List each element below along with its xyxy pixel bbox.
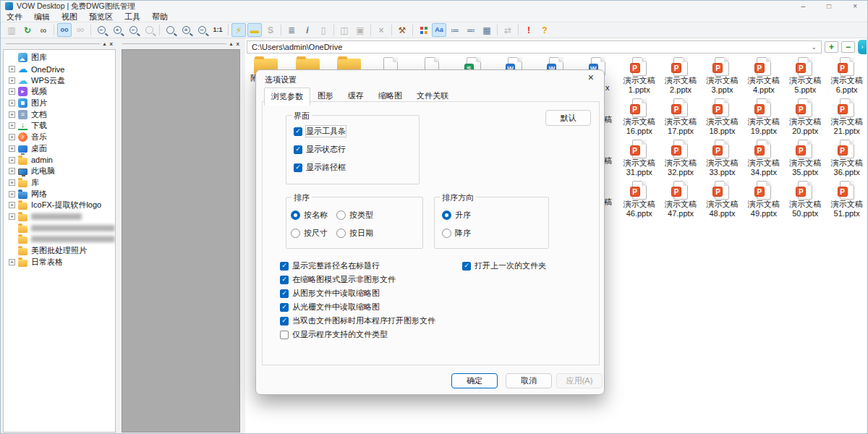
tree-item-redacted[interactable] <box>4 222 115 234</box>
tree-expand-icon[interactable]: + <box>9 122 15 129</box>
tree-item-桌面[interactable]: +桌面 <box>4 143 115 155</box>
file-item-pptx[interactable]: P演示文稿48.pptx <box>702 180 743 221</box>
file-item-pptx[interactable]: P演示文稿50.pptx <box>785 180 826 221</box>
tree-expand-icon[interactable]: + <box>9 100 15 106</box>
file-item-pptx[interactable]: P演示文稿31.pptx <box>618 139 660 180</box>
radio-按类型[interactable]: 按类型 <box>336 210 373 221</box>
tree-item-此电脑[interactable]: +此电脑 <box>4 166 115 177</box>
tree-expand-icon[interactable]: + <box>9 191 15 197</box>
tree-expand-icon[interactable]: + <box>9 134 15 140</box>
file-item-pptx[interactable]: P演示文稿20.pptx <box>785 98 826 139</box>
radio-icon[interactable] <box>291 210 300 220</box>
maximize-button[interactable]: □ <box>827 3 831 10</box>
tab-缩略图[interactable]: 缩略图 <box>371 87 409 105</box>
tree-item-redacted[interactable]: + <box>4 211 115 223</box>
view-details-icon[interactable]: ≕ <box>464 23 478 37</box>
menu-item-帮助[interactable]: 帮助 <box>146 12 174 22</box>
checkbox-从光栅文件中读取缩略图[interactable]: ✓从光栅文件中读取缩略图 <box>280 302 380 312</box>
zoom-in-preview-icon[interactable]: + <box>179 23 193 37</box>
file-item-pptx[interactable]: P演示文稿21.pptx <box>826 98 867 139</box>
file-item-pptx[interactable]: P演示文稿18.pptx <box>702 98 743 139</box>
file-item-pptx[interactable]: P演示文稿5.pptx <box>785 56 826 98</box>
checkbox-仅显示程序支持的文件类型[interactable]: 仅显示程序支持的文件类型 <box>280 329 388 340</box>
tree-expand-icon[interactable]: + <box>9 179 15 186</box>
minimize-button[interactable]: – <box>801 3 806 10</box>
tree-item-文档[interactable]: +文档 <box>4 109 115 120</box>
tab-文件关联[interactable]: 文件关联 <box>409 87 456 105</box>
tree-expand-icon[interactable]: + <box>9 111 15 118</box>
panel-grip[interactable] <box>122 43 226 44</box>
link-preview-on-icon[interactable]: oo <box>57 23 72 37</box>
dialog-close-icon[interactable]: × <box>588 72 594 82</box>
tree-item-下载[interactable]: +下载 <box>4 120 115 132</box>
file-item-pptx[interactable]: P演示文稿36.pptx <box>826 139 867 180</box>
checkbox-显示状态行[interactable]: ✓显示状态行 <box>294 144 346 155</box>
panel-collapse-button[interactable]: ▴ <box>103 41 106 47</box>
cancel-button[interactable]: 取消 <box>506 373 552 388</box>
file-item-pptx[interactable]: P演示文稿17.pptx <box>660 98 701 139</box>
checkbox-icon[interactable]: ✓ <box>294 163 302 172</box>
tree-expand-icon[interactable]: + <box>9 259 15 265</box>
checkbox-icon[interactable]: ✓ <box>280 262 289 271</box>
tree-expand-icon[interactable]: + <box>9 77 15 84</box>
checkbox-在缩略图模式显示非图形文件[interactable]: ✓在缩略图模式显示非图形文件 <box>280 274 396 285</box>
layers-icon[interactable]: ≣ <box>284 23 299 37</box>
radio-按名称[interactable]: 按名称 <box>291 210 328 221</box>
thumb-zoom-out-button[interactable]: − <box>841 41 855 53</box>
menu-item-预览区[interactable]: 预览区 <box>83 12 119 22</box>
info-icon[interactable]: i <box>300 23 315 37</box>
radio-icon[interactable] <box>291 229 300 238</box>
file-item-pptx[interactable]: P演示文稿33.pptx <box>702 139 743 180</box>
tab-浏览参数[interactable]: 浏览参数 <box>264 88 310 106</box>
zoom-out-icon[interactable]: − <box>94 23 109 37</box>
menu-item-工具[interactable]: 工具 <box>119 12 146 22</box>
radio-按尺寸[interactable]: 按尺寸 <box>291 228 328 239</box>
tree-item-库[interactable]: +库 <box>4 177 115 189</box>
zoom-window-icon[interactable] <box>142 23 156 37</box>
file-item-pptx[interactable]: P演示文稿35.pptx <box>785 139 826 180</box>
tab-图形[interactable]: 图形 <box>310 87 341 105</box>
panel-close-button[interactable]: x <box>110 41 113 47</box>
checkbox-icon[interactable]: ✓ <box>280 317 289 326</box>
file-item-pptx[interactable]: P演示文稿4.pptx <box>743 56 784 98</box>
radio-icon[interactable] <box>336 229 346 238</box>
view-thumbnails-icon[interactable] <box>416 23 430 37</box>
radio-icon[interactable] <box>336 210 346 220</box>
link-preview-off-icon[interactable]: oo <box>73 23 88 37</box>
checkbox-显示路径框[interactable]: ✓显示路径框 <box>294 162 346 173</box>
tree-item-视频[interactable]: +视频 <box>4 86 115 98</box>
markup-icon[interactable]: ▬ <box>247 23 262 37</box>
tree-item-redacted[interactable] <box>4 234 115 245</box>
file-item-pptx[interactable]: P演示文稿49.pptx <box>743 180 784 221</box>
file-item-pptx[interactable]: P演示文稿16.pptx <box>618 98 660 139</box>
search-icon[interactable]: ∞ <box>36 23 51 37</box>
menu-item-编辑[interactable]: 编辑 <box>28 12 56 22</box>
tab-缓存[interactable]: 缓存 <box>341 87 371 105</box>
tree-item-IcoFX-提取软件logo[interactable]: +IcoFX-提取软件logo <box>4 200 115 211</box>
checkbox-显示完整路径名在标题行[interactable]: ✓显示完整路径名在标题行 <box>280 260 380 271</box>
properties-icon[interactable]: ▯ <box>316 23 331 37</box>
panel-collapse-button[interactable]: ▴ <box>230 41 233 47</box>
ok-button[interactable]: 确定 <box>451 373 498 388</box>
checkbox-显示工具条[interactable]: ✓显示工具条 <box>294 126 346 137</box>
tree-item-日常表格[interactable]: +日常表格 <box>4 256 115 268</box>
radio-按日期[interactable]: 按日期 <box>336 228 373 239</box>
export-icon[interactable]: ▥ <box>4 23 19 37</box>
checkbox-当双击文件图标时用本程序打开图形文件[interactable]: ✓当双击文件图标时用本程序打开图形文件 <box>280 315 435 326</box>
tree-expand-icon[interactable]: + <box>9 202 15 208</box>
radio-icon[interactable] <box>442 229 451 238</box>
radio-升序[interactable]: 升序 <box>442 210 471 221</box>
tools-icon[interactable]: ⚒ <box>395 23 409 37</box>
file-item-pptx[interactable]: P演示文稿3.pptx <box>702 56 743 98</box>
address-input[interactable]: C:\Users\admin\OneDrive ⌄ <box>247 41 822 54</box>
thumb-zoom-in-button[interactable]: + <box>825 41 838 53</box>
file-item-pptx[interactable]: P演示文稿47.pptx <box>660 180 701 221</box>
tree-item-图片[interactable]: +图片 <box>4 98 115 109</box>
lightning-icon[interactable]: ⚡ <box>231 23 246 37</box>
tree-item-网络[interactable]: +网络 <box>4 188 115 200</box>
menu-item-文件[interactable]: 文件 <box>1 12 28 22</box>
tree-item-OneDrive[interactable]: +OneDrive <box>4 64 115 75</box>
checkbox-icon[interactable]: ✓ <box>280 276 289 284</box>
view-icons-icon[interactable]: Aa <box>432 23 446 37</box>
close-button[interactable]: × <box>853 3 857 10</box>
